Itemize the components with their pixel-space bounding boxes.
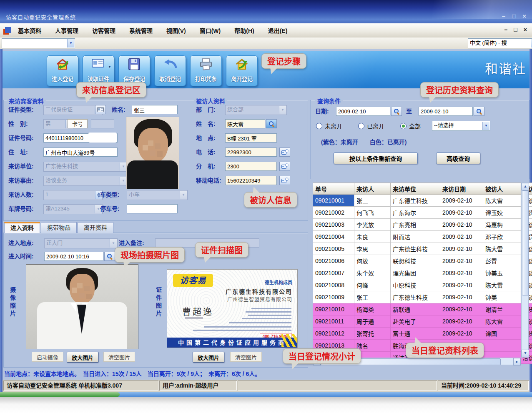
radio-option-1[interactable]: 未离开 (316, 122, 342, 130)
chevron-down-icon[interactable]: ▼ (67, 39, 74, 48)
cell-visitor: 朱个奴 (354, 267, 391, 279)
column-header-2[interactable]: 来访人 (354, 183, 391, 195)
tab-1[interactable]: 进入资料 (4, 222, 40, 233)
vscroll-thumb[interactable] (522, 190, 529, 295)
camera-button-1[interactable]: 启动摄像 (32, 352, 63, 362)
column-header-3[interactable]: 来访单位 (391, 183, 440, 195)
mdi-restore-icon[interactable]: □ (514, 26, 517, 33)
advanced-query-button[interactable]: 高级查询 (436, 153, 480, 164)
date-from-picker-button[interactable] (391, 107, 402, 116)
toolbar-button-3[interactable]: 保存登记 (118, 55, 150, 86)
minimize-icon[interactable]: – (502, 13, 505, 20)
scroll-up-icon[interactable]: ▲ (522, 183, 529, 190)
table-row[interactable]: 090210010杨海类新联通2009-02-10谢清兰送货 (313, 303, 532, 315)
visit-company-select: 广东德生科技 ▼ (43, 162, 128, 172)
cell-company: 附而达 (391, 231, 440, 243)
gender-value: 男 (45, 120, 51, 127)
vertical-scrollbar[interactable]: ▲ ▼ (521, 183, 529, 358)
location-input[interactable] (225, 133, 277, 143)
phone-input[interactable] (225, 148, 277, 157)
table-row[interactable]: 090210006何放联想科技2009-02-10彭置洽谈业务 (313, 255, 532, 267)
column-header-5[interactable]: 被访人 (483, 183, 520, 195)
table-row[interactable]: 090210004朱良附而达2009-02-10邓子欣送货 (313, 231, 532, 243)
cell-company: 广东德生科技 (391, 195, 440, 207)
menu-item-6[interactable]: 帮助(H) (233, 25, 255, 35)
tab-3[interactable]: 离开资料 (78, 222, 113, 233)
menu-item-2[interactable]: 访客管理 (91, 25, 117, 35)
visitor-name-input[interactable] (132, 105, 178, 114)
date-to-picker-button[interactable] (474, 107, 484, 116)
camera-button-3[interactable]: 清空图片 (103, 352, 135, 362)
toolbar-button-2[interactable]: ▼读取证件 (83, 55, 114, 86)
column-header-4[interactable]: 来访日期 (440, 183, 483, 195)
menu-item-7[interactable]: 退出(E) (267, 25, 289, 35)
cert-type-label: 证件类型: (8, 105, 34, 114)
mdi-minimize-icon[interactable]: – (504, 26, 508, 33)
ext-input[interactable] (225, 162, 277, 171)
color-legend: (紫色：未离开 白色：已离开) (321, 138, 407, 146)
table-row[interactable]: 090210001张三广东德生科技2009-02-10陈大雷洽谈业务 (313, 195, 532, 207)
chevron-down-icon[interactable]: ▼ (482, 122, 489, 130)
table-row[interactable]: 090210003李光放广东亮相2009-02-10冯惠梅洽谈业务 (313, 219, 532, 231)
entry-place-select: 正大门 ▼ (44, 238, 118, 248)
parking-input[interactable] (127, 204, 178, 213)
visitor-count-value: 1 (45, 191, 48, 198)
mobile-dial-button[interactable] (279, 176, 290, 185)
cell-host: 钟美玉 (483, 267, 520, 279)
menu-item-5[interactable]: 窗口(W) (198, 25, 222, 35)
table-row[interactable]: 090210007朱个奴理光集团2009-02-10钟美玉洽谈业务 (313, 267, 532, 279)
camera-button-2[interactable]: 放大图片 (67, 352, 98, 363)
status-filter-select[interactable]: --请选择 ▼ (432, 121, 490, 131)
date-from-input[interactable] (336, 107, 390, 116)
host-name-input[interactable] (225, 119, 265, 128)
address-input[interactable] (43, 148, 118, 157)
menu-item-3[interactable]: 系统管理 (128, 25, 154, 35)
menu-item-4[interactable]: 视图(V) (165, 25, 187, 35)
radio-label: 未离开 (325, 122, 342, 130)
mdi-close-icon[interactable]: × (524, 26, 527, 33)
print-icon (191, 56, 221, 75)
read-id-card-button[interactable] (95, 105, 106, 114)
table-row[interactable]: 090210005李思广东德生科技2009-02-10陈大雷洽谈业务 (313, 243, 532, 255)
radio-option-2[interactable]: 已离开 (358, 122, 384, 130)
table-row[interactable]: 090210002何飞飞广东海尔2009-02-10谭玉姣送货 (313, 207, 532, 219)
requery-button[interactable]: 按以上条件重新查询 (334, 153, 418, 164)
host-search-button[interactable] (266, 119, 277, 128)
entry-time-picker-button[interactable] (104, 252, 115, 261)
toolbar-button-5[interactable]: 打印凭条 (190, 55, 222, 86)
cert-no-label: 证件号码: (8, 133, 34, 143)
language-select[interactable]: 中文 (简体) - 搜 ▼ (468, 38, 532, 48)
toolbar-button-6[interactable]: 离开登记 (226, 55, 258, 86)
scroll-right-icon[interactable]: ► (513, 358, 521, 365)
ext-dial-button[interactable] (279, 162, 290, 171)
toolbar-button-1[interactable]: 进入登记 (47, 55, 78, 86)
entry-time-input[interactable] (44, 252, 103, 261)
column-header-1[interactable]: 单号 (313, 183, 354, 195)
cell-id: 090210004 (313, 231, 354, 243)
table-row[interactable]: 090210008何峰中原科技2009-02-10陈大雷洽谈业务 (313, 279, 532, 291)
tab-2[interactable]: 携带物品 (41, 222, 77, 233)
table-row[interactable]: 090210011周于通赴美电子2009-02-10陈大雷洽谈业务 (313, 315, 532, 328)
toolbar-button-4[interactable]: 取消登记 (154, 55, 186, 86)
cell-id: 090210001 (313, 195, 354, 207)
card-company2: 广州德生智盟贸易有限公司 (227, 295, 292, 303)
close-icon[interactable]: × (522, 13, 526, 20)
card-no-button[interactable]: 卡号 (68, 119, 88, 128)
scroll-down-icon[interactable]: ▼ (522, 350, 529, 357)
menu-item-0[interactable]: 基本资料 (17, 25, 43, 35)
phone-dial-button[interactable] (279, 148, 290, 157)
menu-item-1[interactable]: 人事管理 (54, 25, 80, 35)
entry-place-value: 正大门 (46, 240, 63, 246)
date-to-input[interactable] (419, 107, 473, 116)
toolbar-combo[interactable]: ▼ (2, 38, 75, 48)
table-row[interactable]: 090210009张工广东德生科技2009-02-10钟美洽谈业务 (313, 291, 532, 303)
card-button-2[interactable]: 清空图片 (230, 352, 262, 362)
cell-host: 陈大雷 (483, 243, 520, 255)
restore-icon[interactable]: □ (512, 13, 516, 20)
callout-steps: 登记步骤 (261, 53, 306, 69)
card-button-1[interactable]: 放大图片 (193, 352, 224, 363)
radio-option-3[interactable]: 全部 (400, 122, 421, 130)
bottom-bar (0, 392, 532, 397)
table-row[interactable]: 090210012张寄托富士通2009-02-10谭国送货 (313, 328, 532, 340)
cell-host (483, 340, 520, 352)
